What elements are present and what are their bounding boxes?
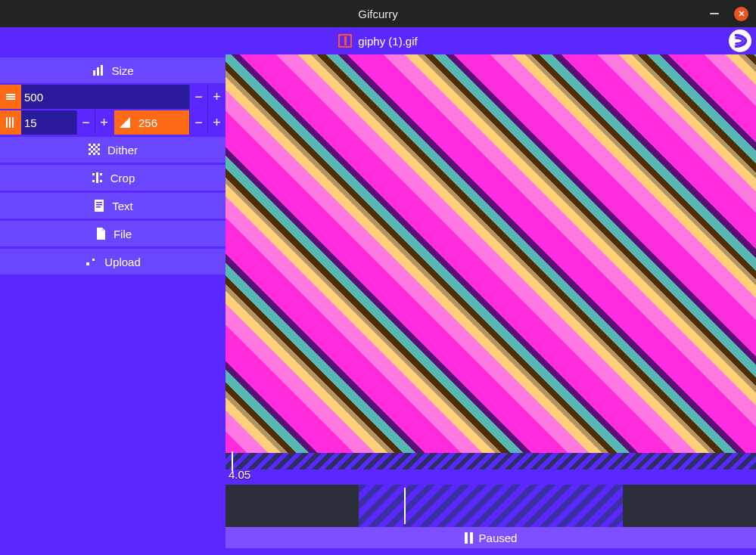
tab-crop[interactable]: Crop	[0, 165, 226, 191]
svg-rect-10	[9, 117, 11, 128]
crop-icon	[91, 171, 104, 184]
svg-rect-14	[93, 144, 95, 146]
tab-upload-label: Upload	[104, 256, 141, 268]
svg-rect-13	[89, 144, 91, 146]
svg-rect-32	[96, 202, 102, 203]
fps-decrement[interactable]: −	[76, 110, 95, 135]
tab-crop-label: Crop	[110, 172, 135, 184]
svg-rect-26	[92, 173, 95, 175]
colors-value: 256	[135, 116, 189, 129]
timeline-time-label: 4.05	[229, 468, 250, 481]
width-value: 500	[21, 91, 189, 104]
tab-text-label: Text	[112, 200, 133, 212]
svg-rect-7	[6, 96, 15, 98]
svg-rect-22	[95, 150, 98, 153]
dither-icon	[88, 143, 101, 157]
tab-upload[interactable]: Upload	[0, 249, 226, 274]
sidebar: Size 500 − +	[0, 54, 226, 555]
svg-rect-25	[98, 153, 100, 155]
width-decrement[interactable]: −	[189, 85, 207, 109]
tab-size[interactable]: Size	[0, 57, 226, 83]
timeline-seg-before	[226, 485, 359, 527]
svg-rect-33	[96, 204, 102, 206]
svg-rect-35	[86, 262, 89, 265]
svg-rect-24	[93, 153, 95, 155]
width-icon	[0, 85, 21, 109]
svg-rect-9	[6, 117, 8, 128]
fps-increment[interactable]: +	[95, 110, 113, 135]
status-text: Paused	[479, 532, 518, 544]
timeline-seg-active[interactable]	[359, 485, 623, 527]
app-logo	[729, 29, 751, 52]
text-icon	[92, 199, 106, 212]
timeline: 4.05 Paused	[226, 453, 756, 555]
svg-rect-8	[6, 98, 15, 100]
fps-icon	[0, 110, 21, 135]
tab-text[interactable]: Text	[0, 193, 226, 219]
svg-rect-31	[95, 200, 104, 212]
colors-decrement[interactable]: −	[189, 110, 207, 135]
timeline-gap	[226, 470, 756, 485]
svg-rect-5	[101, 65, 103, 76]
svg-rect-28	[96, 172, 98, 183]
svg-rect-19	[93, 148, 95, 150]
tab-file-label: File	[114, 228, 132, 240]
svg-rect-34	[96, 206, 101, 208]
file-header-bar: giphy (1).gif	[0, 27, 756, 54]
colors-stepper: − +	[189, 110, 226, 135]
close-button[interactable]	[734, 7, 748, 21]
preview-column: 4.05 Paused	[226, 54, 756, 555]
svg-rect-36	[92, 259, 95, 261]
svg-rect-6	[6, 94, 15, 95]
svg-rect-20	[98, 148, 100, 150]
svg-rect-15	[98, 144, 100, 146]
svg-rect-27	[92, 180, 95, 182]
preview-canvas[interactable]	[226, 54, 756, 453]
window-title: Gifcurry	[358, 8, 398, 20]
window-buttons	[710, 0, 748, 27]
timeline-seg-after	[623, 485, 756, 527]
width-increment[interactable]: +	[207, 85, 226, 109]
tab-dither[interactable]: Dither	[0, 137, 226, 163]
fps-colors-row: 15 − + 256	[0, 110, 226, 135]
playback-status-bar[interactable]: Paused	[226, 527, 756, 548]
minimize-button[interactable]	[710, 13, 719, 14]
pause-icon	[465, 532, 473, 544]
file-icon	[94, 227, 107, 240]
gifcurry-logo-icon	[732, 33, 748, 49]
playhead[interactable]	[404, 488, 406, 524]
tab-size-label: Size	[111, 64, 133, 77]
width-stepper: − +	[189, 85, 226, 109]
fps-value: 15	[21, 116, 76, 129]
timeline-selection[interactable]	[226, 485, 756, 527]
svg-rect-30	[100, 180, 102, 182]
svg-rect-29	[100, 173, 102, 175]
svg-rect-4	[97, 67, 99, 76]
window-titlebar: Gifcurry	[0, 0, 756, 27]
colors-input[interactable]: 256	[114, 110, 189, 135]
svg-rect-17	[95, 146, 98, 148]
size-icon	[92, 64, 105, 77]
tab-dither-label: Dither	[107, 144, 138, 157]
svg-rect-21	[91, 150, 93, 153]
colors-icon	[114, 116, 135, 129]
fps-stepper: − +	[76, 110, 113, 135]
timeline-ruler[interactable]: 4.05	[226, 453, 756, 470]
svg-rect-16	[91, 146, 93, 148]
colors-increment[interactable]: +	[207, 110, 226, 135]
close-icon	[738, 10, 745, 17]
warning-icon	[338, 34, 352, 48]
file-header-content: giphy (1).gif	[338, 34, 417, 48]
svg-rect-18	[89, 148, 91, 150]
width-row: 500 − +	[0, 85, 226, 109]
opened-filename: giphy (1).gif	[358, 35, 417, 48]
size-panel: 500 − +	[0, 83, 226, 135]
main-area: Size 500 − +	[0, 54, 756, 555]
svg-rect-3	[93, 70, 95, 76]
svg-rect-23	[89, 153, 91, 155]
upload-icon	[85, 255, 98, 268]
width-input[interactable]: 500	[0, 85, 189, 109]
tab-file[interactable]: File	[0, 221, 226, 246]
svg-rect-11	[12, 117, 14, 128]
fps-input[interactable]: 15	[0, 110, 76, 135]
